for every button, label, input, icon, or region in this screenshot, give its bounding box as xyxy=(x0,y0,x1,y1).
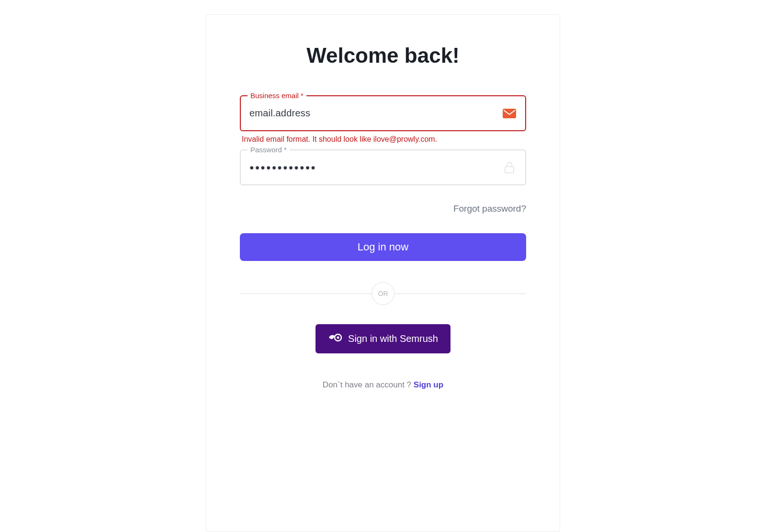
email-field-group: Business email * Invalid email format. I… xyxy=(240,95,526,144)
email-input[interactable] xyxy=(249,108,498,119)
separator-line-left xyxy=(240,294,372,294)
page-title: Welcome back! xyxy=(240,44,526,68)
email-input-wrap: Business email * xyxy=(240,95,526,131)
mail-icon xyxy=(502,106,517,121)
svg-point-3 xyxy=(337,337,339,339)
forgot-password-link[interactable]: Forgot password? xyxy=(453,204,526,214)
login-card: Welcome back! Business email * Invalid e… xyxy=(206,14,560,532)
separator-circle: OR xyxy=(372,282,394,305)
semrush-button-label: Sign in with Semrush xyxy=(348,333,438,344)
signup-prompt: Don`t have an account ? xyxy=(323,380,414,389)
email-label: Business email * xyxy=(248,91,306,100)
forgot-row: Forgot password? xyxy=(240,204,526,214)
semrush-icon xyxy=(328,332,342,346)
signup-link[interactable]: Sign up xyxy=(414,380,443,389)
password-input-wrap: Password * xyxy=(240,149,526,185)
password-input[interactable] xyxy=(249,163,498,172)
lock-icon xyxy=(502,160,517,175)
separator-row: OR xyxy=(240,282,526,305)
login-button[interactable]: Log in now xyxy=(240,233,526,261)
svg-rect-0 xyxy=(503,109,516,118)
email-error-message: Invalid email format. It should look lik… xyxy=(242,135,526,144)
password-label: Password * xyxy=(248,146,290,154)
svg-rect-1 xyxy=(505,167,514,173)
separator-line-right xyxy=(394,294,526,294)
password-field-group: Password * xyxy=(240,149,526,185)
semrush-signin-button[interactable]: Sign in with Semrush xyxy=(315,324,451,353)
signup-row: Don`t have an account ? Sign up xyxy=(240,380,526,390)
